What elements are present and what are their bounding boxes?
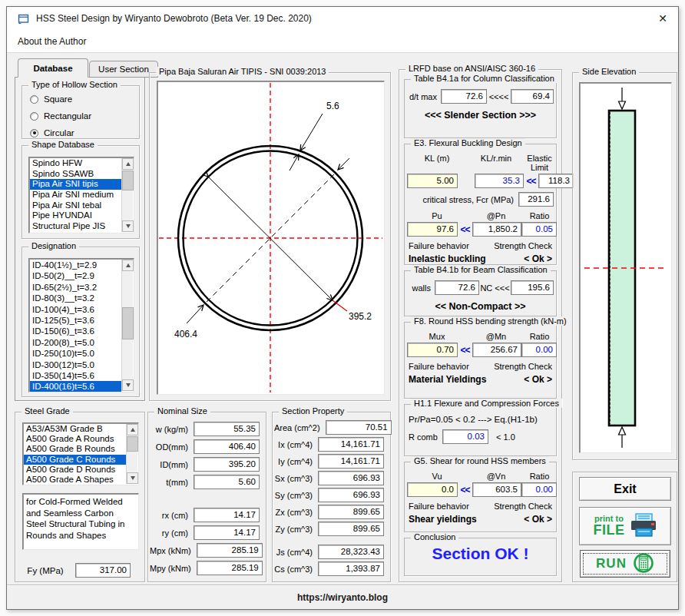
fcr-value: 291.6: [518, 192, 554, 207]
list-item[interactable]: ID-250(10)t=5.0: [30, 348, 121, 359]
window-title: HSS Steel Design by Wiryanto Dewobroto (…: [36, 13, 312, 24]
scroll-down-icon[interactable]: [122, 379, 134, 391]
run-button[interactable]: RUN: [580, 550, 670, 578]
radio-icon[interactable]: [30, 112, 38, 121]
failure-behavior-label: Failure behavior: [409, 502, 469, 511]
field-value: 285.19: [197, 543, 263, 558]
list-item[interactable]: ID-400(16)t=5.6: [30, 381, 121, 392]
list-item[interactable]: ID-350(14)t=5.6: [30, 370, 121, 381]
mn-ratio-value: 0.00: [521, 343, 557, 357]
print-to-file-button[interactable]: print to FILE: [579, 507, 671, 545]
e3-group: E3. Flexural Buckling Design KL (m) KL/r…: [404, 144, 557, 265]
failure-behavior-label: Failure behavior: [409, 241, 469, 250]
list-item[interactable]: ID-100(4)_t=3.6: [30, 304, 121, 315]
tab-user-section[interactable]: User Section: [89, 61, 158, 78]
list-item[interactable]: Pipa Air SNI tebal: [30, 200, 121, 211]
g5-title: G5. Shear for round HSS members: [411, 456, 549, 465]
pn-ratio-value: 0.05: [521, 222, 557, 237]
scroll-thumb[interactable]: [127, 436, 138, 452]
field-value: 55.35: [194, 422, 260, 436]
radio-option-circular[interactable]: Circular: [30, 125, 139, 141]
shape-db-scrollbar[interactable]: [121, 158, 133, 232]
list-item[interactable]: A500 Grade C Rounds: [24, 455, 126, 465]
list-item[interactable]: Spindo HFW: [30, 158, 121, 169]
list-item[interactable]: A500 Grade A Rounds: [24, 434, 126, 444]
section-property-title: Section Property: [279, 406, 347, 416]
exit-button[interactable]: Exit: [579, 477, 671, 501]
list-item[interactable]: Pipa Air SNI tipis: [30, 179, 121, 190]
list-item[interactable]: ID-65(2½)_t=3.2: [30, 282, 121, 293]
hollow-type-group: Type of Hollow Section SquareRectangular…: [22, 85, 140, 139]
field-label: OD(mm): [150, 442, 194, 452]
list-item[interactable]: Pipa Air SNI medium: [30, 190, 121, 200]
scroll-up-icon[interactable]: [122, 158, 134, 170]
radio-option-rectangular[interactable]: Rectangular: [30, 108, 139, 124]
list-item[interactable]: ID-300(12)t=5.0: [30, 359, 121, 370]
mn-value: 256.67: [472, 343, 521, 357]
list-item[interactable]: A53/A53M Grade B: [24, 424, 126, 434]
designation-scrollbar[interactable]: [121, 260, 133, 391]
field-value: 696.93: [318, 471, 384, 485]
database-tab-page: Type of Hollow Section SquareRectangular…: [15, 77, 145, 401]
shape-database-list[interactable]: Spindo HFWSpindo SSAWBPipa Air SNI tipis…: [28, 157, 134, 233]
steel-grade-scrollbar[interactable]: [126, 424, 137, 484]
mux-chevron: <<: [458, 345, 472, 356]
list-item[interactable]: ID-80(3)__t=3.2: [30, 293, 121, 303]
h11-group: H1.1 Flexure and Compression Forces Pr/P…: [404, 404, 557, 456]
side-elevation-drawing: [579, 82, 672, 453]
field-value: 899.65: [318, 522, 384, 536]
interaction-equation: Pr/Pa=0.05 < 0.2 ---> Eq.(H1-1b): [407, 414, 554, 424]
run-button-label: RUN: [596, 556, 627, 571]
menu-about-the-author[interactable]: About the Author: [11, 36, 93, 47]
pipe-section-group: Pipa Baja Saluran Air TIPIS - SNI 0039:2…: [149, 72, 391, 401]
scroll-up-icon[interactable]: [127, 424, 138, 436]
vu-header: Vu: [407, 472, 467, 481]
kl-input[interactable]: 5.00: [407, 174, 458, 188]
title-bar: HSS Steel Design by Wiryanto Dewobroto (…: [7, 7, 678, 30]
list-item[interactable]: Spindo SSAWB: [30, 169, 121, 180]
field-value: 28,323.43: [318, 545, 384, 559]
thickness-dim-label: 5.6: [326, 101, 339, 111]
list-item[interactable]: A500 Grade A Shapes: [24, 475, 126, 485]
rcomb-value: 0.03: [442, 429, 488, 444]
radio-option-square[interactable]: Square: [30, 91, 139, 107]
field-label: rx (cm): [150, 511, 194, 520]
b41b-group: Table B4.1b for Beam Classification wall…: [404, 270, 557, 316]
scroll-thumb[interactable]: [122, 307, 134, 339]
scroll-down-icon[interactable]: [127, 472, 138, 484]
field-value: 1,393.87: [318, 561, 384, 576]
scroll-thumb[interactable]: [122, 171, 134, 190]
list-item[interactable]: ID-50(2)__t=2.9: [30, 270, 121, 281]
e3-title: E3. Flexural Buckling Design: [411, 138, 525, 147]
radio-label: Square: [44, 94, 72, 104]
fcr-label: critical stress, Fcr (MPa): [407, 195, 518, 204]
failure-behavior-label: Failure behavior: [409, 362, 469, 371]
list-item[interactable]: Pipe HYUNDAI: [30, 210, 121, 221]
scroll-up-icon[interactable]: [122, 260, 134, 271]
scroll-down-icon[interactable]: [122, 220, 134, 232]
menu-bar: About the Author: [7, 30, 678, 53]
designation-list[interactable]: ID-40(1½)_t=2.9ID-50(2)__t=2.9ID-65(2½)_…: [28, 258, 134, 392]
steel-grade-group: Steel Grade A53/A53M Grade BA500 Grade A…: [15, 412, 145, 582]
g5-group: G5. Shear for round HSS members Vu @Vn R…: [404, 462, 557, 532]
list-item[interactable]: A500 Grade D Rounds: [24, 465, 126, 475]
pu-input[interactable]: 97.6: [407, 222, 458, 237]
radio-label: Rectangular: [44, 111, 91, 121]
mn-header: @Mn: [467, 332, 525, 341]
radio-icon[interactable]: [30, 95, 38, 104]
list-item[interactable]: Structural Pipe JIS: [30, 221, 121, 232]
id-leader-line: [333, 300, 347, 311]
radio-icon[interactable]: [30, 129, 38, 137]
client-area: Database User Section Type of Hollow Sec…: [7, 54, 678, 609]
tab-database[interactable]: Database: [18, 58, 88, 78]
close-icon[interactable]: ✕: [647, 7, 678, 30]
list-item[interactable]: ID-200(8)_t=5.0: [30, 337, 121, 348]
list-item[interactable]: A500 Grade B Rounds: [24, 444, 126, 454]
vu-input[interactable]: 0.0: [407, 482, 458, 497]
list-item[interactable]: ID-40(1½)_t=2.9: [30, 260, 121, 270]
list-item[interactable]: ID-125(5)_t=3.6: [30, 315, 121, 326]
section-property-group: Section Property Area (cm^2)70.51Ix (cm^…: [272, 412, 391, 582]
mux-input[interactable]: 0.70: [407, 343, 458, 357]
list-item[interactable]: ID-150(6)_t=3.6: [30, 326, 121, 336]
steel-grade-list[interactable]: A53/A53M Grade BA500 Grade A RoundsA500 …: [22, 422, 139, 485]
